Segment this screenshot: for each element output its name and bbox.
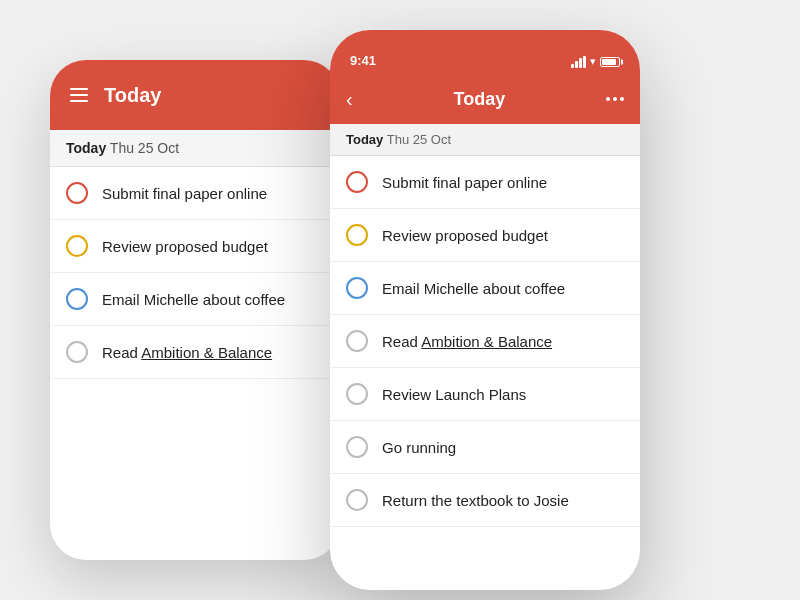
task-label: Email Michelle about coffee [382, 280, 565, 297]
front-phone-header: ‹ Today [330, 74, 640, 124]
task-circle[interactable] [346, 383, 368, 405]
back-date-sub: Thu 25 Oct [110, 140, 179, 156]
task-item[interactable]: Email Michelle about coffee [330, 262, 640, 315]
back-phone-title: Today [104, 84, 161, 107]
status-icons: ▾ [571, 55, 620, 68]
task-circle[interactable] [346, 489, 368, 511]
task-item[interactable]: Review proposed budget [330, 209, 640, 262]
task-circle[interactable] [66, 341, 88, 363]
more-button[interactable] [606, 97, 624, 101]
task-label: Review proposed budget [102, 238, 268, 255]
task-item[interactable]: Submit final paper online [330, 156, 640, 209]
task-item[interactable]: Return the textbook to Josie [330, 474, 640, 527]
back-date-label: Today [66, 140, 106, 156]
task-label: Email Michelle about coffee [102, 291, 285, 308]
phone-notch [435, 30, 535, 52]
task-circle[interactable] [66, 182, 88, 204]
task-item[interactable]: Email Michelle about coffee [50, 273, 340, 326]
task-circle[interactable] [346, 277, 368, 299]
task-label: Submit final paper online [102, 185, 267, 202]
front-task-list: Submit final paper onlineReview proposed… [330, 156, 640, 527]
task-circle[interactable] [346, 224, 368, 246]
back-phone-header: Today [50, 60, 340, 130]
task-item[interactable]: Review Launch Plans [330, 368, 640, 421]
task-label: Submit final paper online [382, 174, 547, 191]
task-item[interactable]: Submit final paper online [50, 167, 340, 220]
hamburger-icon[interactable] [70, 88, 88, 102]
back-date-header: Today Thu 25 Oct [50, 130, 340, 167]
front-phone-title: Today [454, 89, 506, 110]
front-date-header: Today Thu 25 Oct [330, 124, 640, 156]
back-task-list: Submit final paper onlineReview proposed… [50, 167, 340, 379]
task-circle[interactable] [346, 436, 368, 458]
task-label: Review proposed budget [382, 227, 548, 244]
task-label: Read Ambition & Balance [382, 333, 552, 350]
task-item[interactable]: Read Ambition & Balance [330, 315, 640, 368]
task-circle[interactable] [66, 288, 88, 310]
task-item[interactable]: Review proposed budget [50, 220, 340, 273]
front-date-label: Today [346, 132, 383, 147]
task-circle[interactable] [346, 171, 368, 193]
task-item[interactable]: Read Ambition & Balance [50, 326, 340, 379]
task-circle[interactable] [346, 330, 368, 352]
battery-icon [600, 57, 620, 67]
task-item[interactable]: Go running [330, 421, 640, 474]
task-label: Go running [382, 439, 456, 456]
signal-icon [571, 56, 586, 68]
front-phone: 9:41 ▾ ‹ Today Today Thu 25 Oct Submit f… [330, 30, 640, 590]
task-circle[interactable] [66, 235, 88, 257]
front-date-sub: Thu 25 Oct [387, 132, 451, 147]
wifi-icon: ▾ [590, 55, 596, 68]
back-phone: Today Today Thu 25 Oct Submit final pape… [50, 60, 340, 560]
task-label: Return the textbook to Josie [382, 492, 569, 509]
back-phone-content: Today Thu 25 Oct Submit final paper onli… [50, 130, 340, 379]
back-button[interactable]: ‹ [346, 89, 353, 109]
task-label: Review Launch Plans [382, 386, 526, 403]
status-time: 9:41 [350, 53, 376, 68]
task-label: Read Ambition & Balance [102, 344, 272, 361]
